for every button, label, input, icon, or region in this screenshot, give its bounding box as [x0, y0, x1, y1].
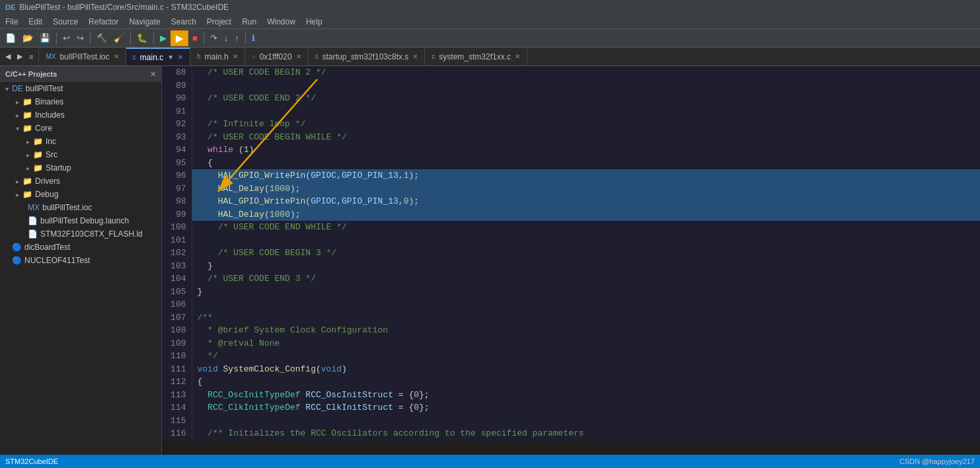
- tree-item-launch[interactable]: 📄 bullPillTest Debug.launch: [0, 214, 161, 227]
- run-btn[interactable]: ▶: [157, 30, 169, 46]
- line-number-99: 99: [162, 208, 192, 221]
- title-bar: DE BluePillTest - bullPillTest/Core/Src/…: [0, 0, 980, 15]
- title-text: BluePillTest - bullPillTest/Core/Src/mai…: [19, 3, 229, 12]
- code-row-113: 113 RCC_OscInitTypeDef RCC_OscInitStruct…: [162, 389, 980, 402]
- tab-startup-close[interactable]: ✕: [412, 53, 418, 60]
- code-editor[interactable]: 88 /* USER CODE BEGIN 2 */89 90 /* USER …: [162, 66, 980, 440]
- tree-item-src[interactable]: ▸ 📁 Src: [0, 148, 161, 161]
- menu-navigate[interactable]: Navigate: [124, 15, 165, 28]
- code-row-93: 93 /* USER CODE BEGIN WHILE */: [162, 131, 980, 144]
- file-icon-ioc: MX: [28, 203, 40, 212]
- code-row-107: 107/**: [162, 311, 980, 325]
- menu-run[interactable]: Run: [237, 15, 262, 28]
- code-row-95: 95 {: [162, 157, 980, 170]
- menu-source[interactable]: Source: [48, 15, 83, 28]
- menu-window[interactable]: Window: [262, 15, 301, 28]
- line-code-107: /**: [192, 311, 980, 325]
- tab-nav-fwd[interactable]: ▶: [15, 49, 25, 65]
- redo-btn[interactable]: ↪: [74, 30, 87, 46]
- line-number-110: 110: [162, 350, 192, 363]
- bottom-bar: STM32CubeIDE CSDN @happyjoey217: [0, 455, 980, 468]
- undo-btn[interactable]: ↩: [60, 30, 73, 46]
- tree-item-startup[interactable]: ▸ 📁 Startup: [0, 161, 161, 175]
- tree-item-drivers[interactable]: ▸ 📁 Drivers: [0, 175, 161, 188]
- tree-item-inc[interactable]: ▸ 📁 Inc: [0, 135, 161, 148]
- step-out-btn[interactable]: ↑: [232, 30, 242, 46]
- tab-system-icon: c: [432, 53, 435, 60]
- save-btn[interactable]: 💾: [37, 30, 53, 46]
- main-layout: C/C++ Projects ✕ ▾ DE bullPillTest ▸ 📁 B…: [0, 66, 980, 455]
- step-over-btn[interactable]: ↷: [207, 30, 220, 46]
- tab-bar: ◀ ▶ ≡ MX bullPillTest.ioc ✕ c main.c ▼ ✕…: [0, 48, 980, 66]
- menu-project[interactable]: Project: [202, 15, 237, 28]
- tab-ioc-close[interactable]: ✕: [114, 53, 119, 60]
- folder-icon-core: 📁: [22, 124, 32, 133]
- tab-hex-close[interactable]: ✕: [296, 53, 301, 60]
- menu-refactor[interactable]: Refactor: [83, 15, 124, 28]
- code-row-94: 94 while (1): [162, 143, 980, 157]
- tab-startup-icon: s: [315, 53, 319, 60]
- tab-ioc[interactable]: MX bullPillTest.ioc ✕: [39, 48, 126, 65]
- tree-item-bullpilltest[interactable]: ▾ DE bullPillTest: [0, 82, 161, 95]
- code-row-102: 102 /* USER CODE BEGIN 3 */: [162, 247, 980, 260]
- tab-hex-label: 0x1fff020: [260, 52, 292, 61]
- info-btn[interactable]: ℹ: [249, 30, 258, 46]
- line-number-111: 111: [162, 363, 192, 376]
- tab-mainh[interactable]: h main.h ✕: [190, 48, 245, 65]
- line-number-91: 91: [162, 105, 192, 118]
- tree-item-binaries[interactable]: ▸ 📁 Binaries: [0, 95, 161, 108]
- tree-item-ld[interactable]: 📄 STM32F103C8TX_FLASH.ld: [0, 227, 161, 241]
- tree-item-nucleof411test[interactable]: 🔵 NUCLEOF411Test: [0, 254, 161, 267]
- tab-system[interactable]: c system_stm32f1xx.c ✕: [425, 48, 527, 65]
- tab-nav-menu[interactable]: ≡: [26, 49, 36, 65]
- toolbar: 📄 📂 💾 ↩ ↪ 🔨 🧹 🐛 ▶ ▶ ■ ↷ ↓ ↑ ℹ: [0, 29, 980, 48]
- tab-system-label: system_stm32f1xx.c: [439, 52, 511, 61]
- new-btn[interactable]: 📄: [3, 30, 19, 46]
- line-number-109: 109: [162, 337, 192, 350]
- tab-mainh-label: main.h: [205, 52, 229, 61]
- code-row-92: 92 /* Infinite loop */: [162, 118, 980, 131]
- tab-nav-back[interactable]: ◀: [3, 49, 13, 65]
- code-row-96: 96 HAL_GPIO_WritePin(GPIOC,GPIO_PIN_13,1…: [162, 169, 980, 182]
- sidebar-header: C/C++ Projects ✕: [0, 66, 161, 82]
- tree-item-ioc[interactable]: MX bullPillTest.ioc: [0, 201, 161, 214]
- tree-item-core[interactable]: ▾ 📁 Core: [0, 122, 161, 135]
- tab-mainc-dropdown[interactable]: ▼: [167, 54, 174, 61]
- line-code-111: void SystemClock_Config(void): [192, 363, 980, 376]
- tab-mainc[interactable]: c main.c ▼ ✕: [126, 48, 190, 65]
- line-number-93: 93: [162, 131, 192, 144]
- line-number-96: 96: [162, 169, 192, 182]
- menu-edit[interactable]: Edit: [23, 15, 48, 28]
- arrow-inc: ▸: [24, 138, 32, 145]
- step-into-btn[interactable]: ↓: [221, 30, 231, 46]
- run-highlighted-btn[interactable]: ▶: [170, 30, 188, 46]
- code-row-97: 97 HAL_Delay(1000);: [162, 182, 980, 196]
- debug-btn[interactable]: 🐛: [134, 30, 150, 46]
- tab-startup[interactable]: s startup_stm32f103c8tx.s ✕: [309, 48, 426, 65]
- line-number-115: 115: [162, 414, 192, 428]
- label-core: Core: [35, 124, 52, 133]
- arrow-core: ▾: [13, 125, 21, 132]
- stop-btn[interactable]: ■: [190, 30, 200, 46]
- open-btn[interactable]: 📂: [20, 30, 36, 46]
- tree-item-dicboardtest[interactable]: 🔵 dicBoardTest: [0, 241, 161, 254]
- tab-mainh-close[interactable]: ✕: [233, 53, 238, 60]
- build-btn[interactable]: 🔨: [94, 30, 110, 46]
- tab-system-close[interactable]: ✕: [515, 53, 520, 60]
- menu-help[interactable]: Help: [301, 15, 328, 28]
- tree-item-includes[interactable]: ▸ 📁 Includes: [0, 108, 161, 122]
- line-number-100: 100: [162, 221, 192, 234]
- line-number-102: 102: [162, 247, 192, 260]
- tab-mainc-close[interactable]: ✕: [178, 54, 183, 61]
- line-code-92: /* Infinite loop */: [192, 118, 980, 131]
- tree-item-debug[interactable]: ▸ 📁 Debug: [0, 188, 161, 201]
- line-code-108: * @brief System Clock Configuration: [192, 324, 980, 337]
- menu-search[interactable]: Search: [166, 15, 202, 28]
- tab-hex[interactable]: ○ 0x1fff020 ✕: [245, 48, 309, 65]
- line-number-88: 88: [162, 66, 192, 79]
- menu-file[interactable]: File: [0, 15, 23, 28]
- clean-btn[interactable]: 🧹: [111, 30, 127, 46]
- sidebar-close-btn[interactable]: ✕: [150, 70, 156, 79]
- bottom-status: STM32CubeIDE: [5, 457, 58, 465]
- line-code-106: [192, 298, 980, 311]
